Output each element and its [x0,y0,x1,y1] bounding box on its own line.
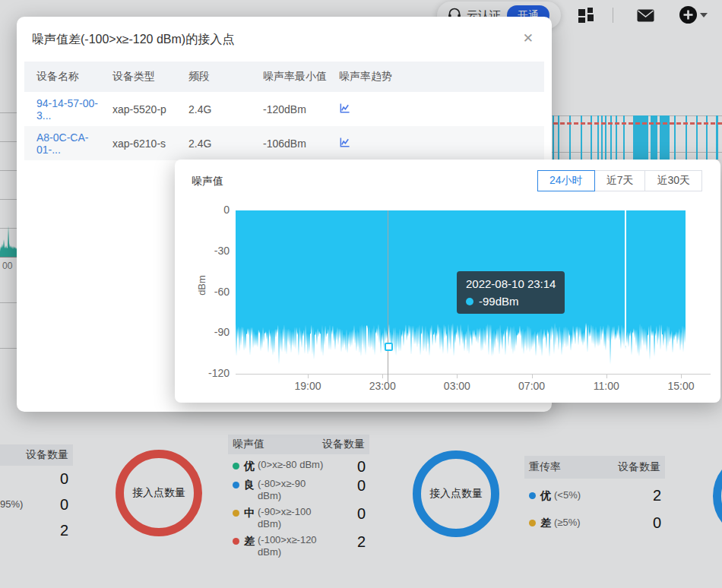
legend-row: 中(-90>x≥-100 dBm)0 [228,506,369,530]
legend-range: (-80>x≥-90 dBm) [258,478,325,502]
legend-count: 2 [357,534,369,549]
left-panel-header: 设备数量 [0,444,73,466]
y-tick-label: -60 [202,286,230,298]
legend-dot-icon [233,538,239,545]
y-tick-label: -30 [202,245,230,257]
apps-grid-icon[interactable] [578,7,594,24]
chevron-down-icon[interactable] [700,13,708,17]
legend-label: 优 [244,460,255,473]
band-cell: 2.4G [182,103,257,115]
data-gap [625,210,626,346]
donut-label: 接入点数量 [429,487,483,501]
y-tick-label: -90 [202,326,230,338]
device-link[interactable]: A8-0C-CA-01-... [36,131,88,156]
device-type-cell: xap-5520-p [106,103,182,115]
legend-range: (-90>x≥-100 dBm) [258,506,325,530]
noise-legend-rows: 优(0>x≥-80 dBm)0良(-80>x≥-90 dBm)0中(-90>x≥… [228,459,369,558]
tooltip-value: -99dBm [479,295,519,308]
table-header: 设备名称 设备类型 频段 噪声率最小值 噪声率趋势 [24,62,544,92]
trend-chart-icon[interactable] [339,103,350,116]
device-link[interactable]: 94-14-57-00-3... [36,97,98,122]
legend-dot-icon [233,482,239,488]
legend-row: 优(<5%)2 [524,482,665,509]
device-type-cell: xap-6210-s [106,138,182,150]
legend-count: 0 [357,478,369,493]
noise-legend-panel: 噪声值 设备数量 优(0>x≥-80 dBm)0良(-80>x≥-90 dBm)… [228,435,369,562]
x-tick [457,374,458,378]
legend-row: 良(-80>x≥-90 dBm)0 [228,478,369,502]
trend-chart-icon[interactable] [339,137,350,150]
legend-range: (-100>x≥-120 dBm) [258,534,325,558]
mail-icon[interactable] [637,9,654,22]
col-noise-min: 噪声率最小值 [257,70,333,84]
donut-label: 接入点数量 [132,486,185,500]
x-tick [606,374,607,378]
legend-count: 0 [653,515,665,530]
add-plus-icon[interactable] [679,5,698,24]
background-channel-chart [540,99,722,160]
legend-count: 2 [653,488,665,503]
x-tick [532,374,533,378]
legend-dot-icon [233,510,239,517]
noise-panel-count-header: 设备数量 [322,438,365,451]
legend-dot-icon [529,492,536,499]
device-table-body: 94-14-57-00-3...xap-5520-p2.4G-120dBmA8-… [24,92,544,160]
x-tick [308,374,309,378]
col-band: 频段 [182,70,257,84]
left-device-count-panel: 设备数量 002 95%) [0,444,73,543]
device-count-value: 0 [0,466,73,492]
device-table: 设备名称 设备类型 频段 噪声率最小值 噪声率趋势 94-14-57-00-3.… [24,62,544,160]
partial-donut-chart [713,453,722,539]
background-left-chart-sliver: 00 [0,106,17,365]
retrans-panel-count-header: 设备数量 [618,460,660,474]
legend-row: 差(≥5%)0 [524,509,665,536]
legend-label: 良 [244,479,255,492]
tab-近30天[interactable]: 近30天 [644,170,702,191]
legend-range: (<5%) [554,489,581,501]
hover-point-marker [385,343,393,351]
screen: 云认证 开通 [0,0,722,588]
crosshair-line [388,210,388,382]
x-tick-label: 15:00 [658,380,704,392]
noise-donut-chart[interactable]: 接入点数量 [116,450,202,536]
background-axis-label: 00 [2,261,12,271]
background-spikes [0,223,17,258]
band-cell: 2.4G [182,138,257,150]
chart-tooltip: 2022-08-10 23:14 -99dBm [457,271,565,314]
legend-count: 0 [357,506,369,521]
noise-trend-popup: 噪声值 24小时近7天近30天 dBm 0-30-60-90-120 19:00… [175,160,720,403]
x-tick-label: 23:00 [359,380,405,392]
x-tick-label: 11:00 [584,380,629,392]
x-tick-label: 03:00 [434,380,480,392]
x-tick-label: 19:00 [285,380,331,392]
x-tick [681,374,682,378]
legend-dot-icon [233,463,239,469]
table-row[interactable]: A8-0C-CA-01-...xap-6210-s2.4G-106dBm [24,126,544,160]
chart-title: 噪声值 [192,175,223,188]
legend-label: 差 [244,535,255,548]
device-count-value: 2 [0,517,73,543]
y-tick-label: 0 [202,204,230,216]
close-icon[interactable]: ✕ [523,32,534,45]
retransmission-legend-panel: 重传率 设备数量 优(<5%)2差(≥5%)0 [524,456,665,536]
legend-range: (0>x≥-80 dBm) [258,459,325,471]
tab-近7天[interactable]: 近7天 [594,170,646,191]
retrans-panel-title: 重传率 [529,460,561,474]
dialog-title: 噪声值差(-100>x≥-120 dBm)的接入点 [17,17,552,60]
x-tick-label: 07:00 [509,380,555,392]
legend-range: (≥5%) [554,517,581,529]
tooltip-date: 2022-08-10 23:14 [466,277,556,290]
legend-label: 差 [540,517,551,530]
clipped-legend-text: 95%) [0,498,23,510]
table-row[interactable]: 94-14-57-00-3...xap-5520-p2.4G-120dBm [24,92,544,126]
retransmission-donut-chart[interactable]: 接入点数量 [413,450,499,537]
legend-count: 0 [357,459,369,474]
col-noise-trend: 噪声率趋势 [333,70,544,84]
legend-dot-icon [529,520,536,526]
tab-24小时[interactable]: 24小时 [537,170,595,191]
threshold-dashed-line [540,122,722,125]
col-device-name: 设备名称 [24,70,106,84]
x-tick [382,374,383,378]
legend-row: 优(0>x≥-80 dBm)0 [228,459,369,474]
y-tick-label: -120 [202,367,230,379]
